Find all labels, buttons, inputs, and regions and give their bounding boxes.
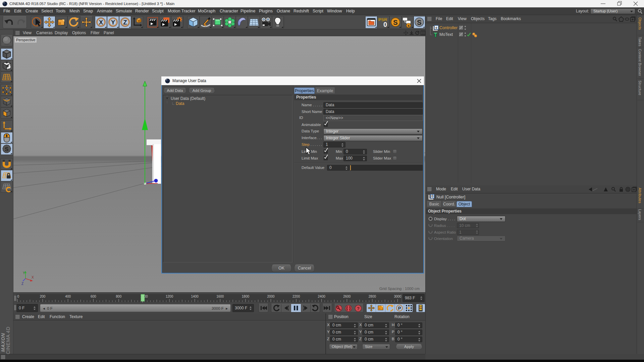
svg-text:s: s	[408, 23, 410, 27]
svg-text:800: 800	[116, 295, 122, 298]
svg-text:0: 0	[383, 21, 387, 28]
svg-text:X: X	[99, 19, 103, 26]
svg-text:1800: 1800	[242, 295, 250, 298]
svg-text:Y: Y	[111, 19, 115, 26]
svg-text:1600: 1600	[216, 295, 224, 298]
svg-text:0: 0	[17, 295, 19, 298]
svg-text:X: X	[32, 276, 34, 279]
svg-text:Z: Z	[123, 19, 127, 26]
svg-text:2400: 2400	[318, 295, 326, 298]
svg-text:1400: 1400	[191, 295, 199, 298]
svg-text:?: ?	[357, 306, 360, 311]
svg-text:2800: 2800	[369, 295, 376, 298]
svg-text:1200: 1200	[166, 295, 173, 298]
svg-text:400: 400	[65, 295, 71, 298]
svg-text:Z: Z	[21, 282, 23, 285]
svg-text:0: 0	[431, 194, 433, 198]
svg-text:S: S	[5, 146, 8, 153]
svg-text:600: 600	[91, 295, 96, 298]
svg-text:2200: 2200	[292, 295, 300, 298]
svg-text:200: 200	[40, 295, 46, 298]
svg-text:Y: Y	[23, 271, 25, 275]
svg-text:2000: 2000	[267, 295, 275, 298]
svg-text:3000: 3000	[394, 295, 401, 298]
svg-text:P: P	[398, 306, 401, 311]
svg-text:2600: 2600	[343, 295, 351, 298]
svg-text:S: S	[417, 19, 421, 26]
svg-text:S: S	[393, 19, 397, 26]
svg-text:0: 0	[435, 26, 437, 29]
